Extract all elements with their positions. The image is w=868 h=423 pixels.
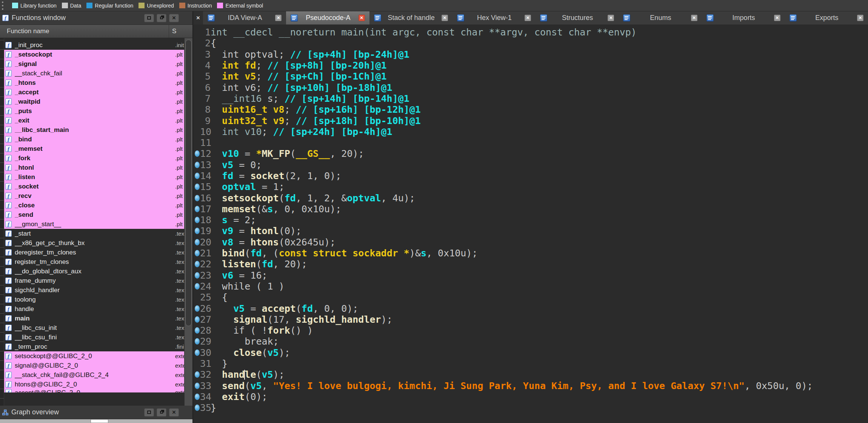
function-row[interactable]: faccept@@GLIBC_2_0extern <box>4 389 184 392</box>
pseudocode-line[interactable]: 8 uint16_t v8; // [sp+16h] [bp-12h]@1 <box>193 104 868 115</box>
pseudocode-line[interactable]: 21 bind(fd, (const struct sockaddr *)&s,… <box>193 248 868 259</box>
tab-close-icon[interactable]: ✕ <box>359 15 365 21</box>
tab-ida-view-a[interactable]: IDA View-A✕ <box>203 11 286 25</box>
pseudocode-line[interactable]: 18 s = 2; <box>193 215 868 225</box>
address-dot[interactable] <box>195 338 200 345</box>
graph-overview-canvas[interactable] <box>0 419 192 423</box>
function-row[interactable]: f_listen.plt <box>4 172 184 182</box>
function-row[interactable]: f_bind.plt <box>4 135 184 144</box>
function-row[interactable]: fmain.text <box>4 314 184 323</box>
scrollbar-thumb[interactable] <box>185 40 192 326</box>
address-dot[interactable] <box>195 150 200 157</box>
pseudocode-line[interactable]: 25 { <box>193 292 868 303</box>
tab-close-icon[interactable]: ✕ <box>857 15 863 21</box>
window-minimize-button[interactable] <box>144 408 154 417</box>
pseudocode-line[interactable]: 2{ <box>193 38 868 49</box>
address-dot[interactable] <box>195 371 200 378</box>
column-header-segment[interactable]: S <box>169 25 192 38</box>
function-row[interactable]: f__libc_csu_fini.text <box>4 333 184 342</box>
address-dot[interactable] <box>195 383 200 389</box>
window-close-button[interactable]: ✕ <box>169 408 179 417</box>
tab-exports[interactable]: Exports✕ <box>785 11 868 25</box>
function-row[interactable]: f_puts.plt <box>4 106 184 116</box>
function-row[interactable]: f_signal.plt <box>4 59 184 69</box>
pseudocode-line[interactable]: 16 setsockopt(fd, 1, 2, &optval, 4u); <box>193 192 868 203</box>
pseudocode-view[interactable]: 1int __cdecl __noreturn main(int argc, c… <box>193 25 868 423</box>
address-dot[interactable] <box>195 228 200 234</box>
graph-viewport-box[interactable] <box>91 419 108 423</box>
pseudocode-line[interactable]: 32 handle(v5); <box>193 369 868 380</box>
functions-window-titlebar[interactable]: f Functions window ✕ <box>0 11 192 25</box>
address-dot[interactable] <box>195 394 200 400</box>
function-row[interactable]: f__do_global_dtors_aux.text <box>4 267 184 276</box>
address-dot[interactable] <box>195 261 200 267</box>
address-dot[interactable] <box>195 316 200 323</box>
pseudocode-line[interactable]: 19 v9 = htonl(0); <box>193 225 868 236</box>
tab-stack-of-handle[interactable]: Stack of handle✕ <box>369 11 452 25</box>
address-dot[interactable] <box>195 217 200 223</box>
function-row[interactable]: f__x86_get_pc_thunk_bx.text <box>4 238 184 248</box>
pseudocode-line[interactable]: 29 break; <box>193 336 868 347</box>
pseudocode-line[interactable]: 17 memset(&s, 0, 0x10u); <box>193 204 868 215</box>
function-row[interactable]: f_htons.plt <box>4 78 184 87</box>
pseudocode-line[interactable]: 10 int v10; // [sp+24h] [bp-4h]@1 <box>193 126 868 137</box>
pseudocode-line[interactable]: 3 int optval; // [sp+4h] [bp-24h]@1 <box>193 49 868 60</box>
pseudocode-line[interactable]: 33 send(v5, "Yes! I love bulgogi, kimchi… <box>193 380 868 391</box>
tab-close-icon[interactable]: ✕ <box>691 15 697 21</box>
function-row[interactable]: f_close.plt <box>4 201 184 210</box>
address-dot[interactable] <box>195 206 200 212</box>
pseudocode-line[interactable]: 20 v8 = htons(0x2645u); <box>193 237 868 248</box>
address-dot[interactable] <box>195 195 200 201</box>
pseudocode-line[interactable]: 15 optval = 1; <box>193 181 868 192</box>
address-dot[interactable] <box>195 250 200 256</box>
function-row[interactable]: f__stack_chk_fail@@GLIBC_2_4extern <box>4 370 184 380</box>
function-row[interactable]: f_term_proc.fini <box>4 342 184 351</box>
pseudocode-line[interactable]: 35} <box>193 402 868 413</box>
function-row[interactable]: fsigchld_handler.text <box>4 285 184 295</box>
function-row[interactable]: fhtons@@GLIBC_2_0extern <box>4 380 184 389</box>
graph-overview-titlebar[interactable]: Graph overview ✕ <box>0 406 192 419</box>
address-dot[interactable] <box>195 184 200 190</box>
function-row[interactable]: fhandle.text <box>4 304 184 314</box>
tab-structures[interactable]: Structures✕ <box>536 11 619 25</box>
function-row[interactable]: f_socket.plt <box>4 182 184 191</box>
window-float-button[interactable] <box>157 14 166 22</box>
window-minimize-button[interactable] <box>144 14 154 22</box>
pseudocode-line[interactable]: 5 int v5; // [sp+Ch] [bp-1Ch]@1 <box>193 71 868 82</box>
address-dot[interactable] <box>195 305 200 312</box>
function-row[interactable]: f_htonl.plt <box>4 163 184 172</box>
pseudocode-line[interactable]: 26 v5 = accept(fd, 0, 0); <box>193 303 868 314</box>
window-float-button[interactable] <box>157 408 166 417</box>
pseudocode-line[interactable]: 22 listen(fd, 20); <box>193 259 868 270</box>
tab-close-icon[interactable]: ✕ <box>275 15 282 21</box>
pseudocode-line[interactable]: 12 v10 = *MK_FP(__GS__, 20); <box>193 148 868 159</box>
tab-close-icon[interactable]: ✕ <box>608 15 614 21</box>
pseudocode-line[interactable]: 31 } <box>193 358 868 369</box>
function-row[interactable]: f_init_proc.init <box>4 40 184 50</box>
function-row[interactable]: f_send.plt <box>4 210 184 219</box>
function-row[interactable]: fsetsockopt@@GLIBC_2_0extern <box>4 351 184 361</box>
tabbar-close-button[interactable]: ✕ <box>193 11 203 25</box>
function-row[interactable]: f__libc_start_main.plt <box>4 125 184 135</box>
pseudocode-line[interactable]: 30 close(v5); <box>193 347 868 358</box>
tab-close-icon[interactable]: ✕ <box>442 15 448 21</box>
function-row[interactable]: ftoolong.text <box>4 295 184 304</box>
address-dot[interactable] <box>195 405 200 411</box>
functions-vertical-scrollbar[interactable] <box>184 38 192 406</box>
pseudocode-line[interactable]: 34 exit(0); <box>193 391 868 402</box>
tab-pseudocode-a[interactable]: Pseudocode-A✕ <box>286 11 369 25</box>
pseudocode-line[interactable]: 23 v6 = 16; <box>193 270 868 281</box>
address-dot[interactable] <box>195 239 200 245</box>
address-dot[interactable] <box>195 349 200 356</box>
function-row[interactable]: f__libc_csu_init.text <box>4 323 184 333</box>
pseudocode-line[interactable]: 7 __int16 s; // [sp+14h] [bp-14h]@1 <box>193 93 868 104</box>
pseudocode-line[interactable]: 11 <box>193 137 868 148</box>
column-header-function-name[interactable]: Function name <box>0 25 169 38</box>
tab-enums[interactable]: Enums✕ <box>619 11 702 25</box>
function-row[interactable]: f_waitpid.plt <box>4 97 184 106</box>
function-row[interactable]: fregister_tm_clones.text <box>4 257 184 267</box>
pseudocode-line[interactable]: 9 uint32_t v9; // [sp+18h] [bp-10h]@1 <box>193 115 868 126</box>
function-row[interactable]: f_accept.plt <box>4 87 184 97</box>
function-row[interactable]: f_memset.plt <box>4 144 184 153</box>
address-dot[interactable] <box>195 272 200 279</box>
